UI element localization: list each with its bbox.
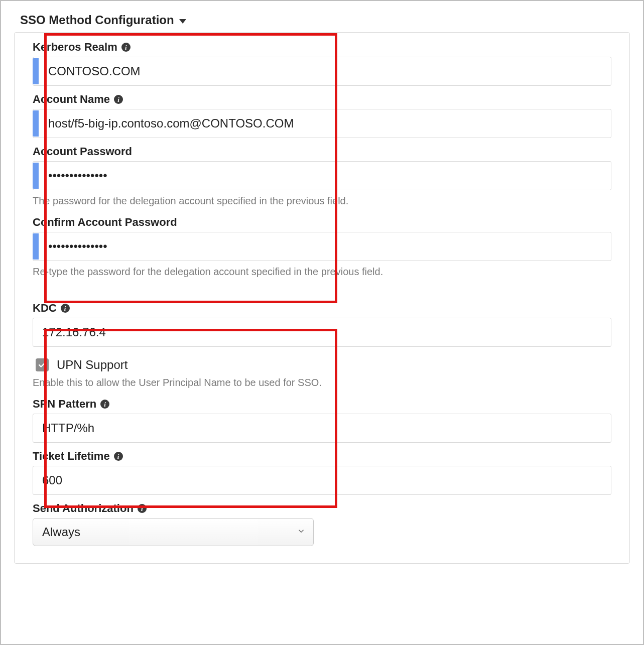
info-icon[interactable] xyxy=(100,400,109,409)
kerberos-realm-label: Kerberos Realm xyxy=(33,41,117,54)
ticket-lifetime-input[interactable] xyxy=(33,466,611,495)
info-icon[interactable] xyxy=(121,43,131,52)
account-password-field: Account Password The password for the de… xyxy=(33,145,611,207)
sso-config-panel: Kerberos Realm Account Name Account Pass… xyxy=(14,32,630,564)
confirm-password-help: Re-type the password for the delegation … xyxy=(33,266,611,278)
account-name-label: Account Name xyxy=(33,93,110,106)
kdc-field: KDC xyxy=(33,302,611,347)
section-title-text: SSO Method Configuration xyxy=(20,13,174,27)
account-password-label: Account Password xyxy=(33,145,132,158)
spn-pattern-label: SPN Pattern xyxy=(33,398,96,411)
upn-support-help: Enable this to allow the User Principal … xyxy=(33,377,611,389)
confirm-password-input[interactable] xyxy=(33,232,611,261)
info-icon[interactable] xyxy=(114,95,123,104)
upn-support-label: UPN Support xyxy=(57,358,127,372)
account-name-input[interactable] xyxy=(33,109,611,138)
kerberos-realm-input[interactable] xyxy=(33,57,611,86)
spn-pattern-input[interactable] xyxy=(33,414,611,443)
info-icon[interactable] xyxy=(138,504,147,513)
kdc-label: KDC xyxy=(33,302,57,315)
check-icon xyxy=(38,360,47,369)
info-icon[interactable] xyxy=(114,452,123,461)
ticket-lifetime-label: Ticket Lifetime xyxy=(33,450,110,463)
account-password-input[interactable] xyxy=(33,161,611,190)
account-name-field: Account Name xyxy=(33,93,611,138)
send-authorization-field: Send Authorization Always xyxy=(33,502,611,546)
confirm-password-field: Confirm Account Password Re-type the pas… xyxy=(33,216,611,278)
caret-down-icon xyxy=(179,19,186,24)
send-authorization-label: Send Authorization xyxy=(33,502,134,515)
kdc-input[interactable] xyxy=(33,318,611,347)
ticket-lifetime-field: Ticket Lifetime xyxy=(33,450,611,495)
send-authorization-value: Always xyxy=(42,525,80,539)
account-password-help: The password for the delegation account … xyxy=(33,195,611,207)
confirm-password-label: Confirm Account Password xyxy=(33,216,177,229)
upn-support-row: UPN Support xyxy=(36,358,611,372)
spn-pattern-field: SPN Pattern xyxy=(33,398,611,443)
send-authorization-select[interactable]: Always xyxy=(33,518,314,546)
info-icon[interactable] xyxy=(61,304,70,313)
upn-support-checkbox[interactable] xyxy=(36,358,49,371)
kerberos-realm-field: Kerberos Realm xyxy=(33,41,611,86)
section-header[interactable]: SSO Method Configuration xyxy=(10,10,634,32)
